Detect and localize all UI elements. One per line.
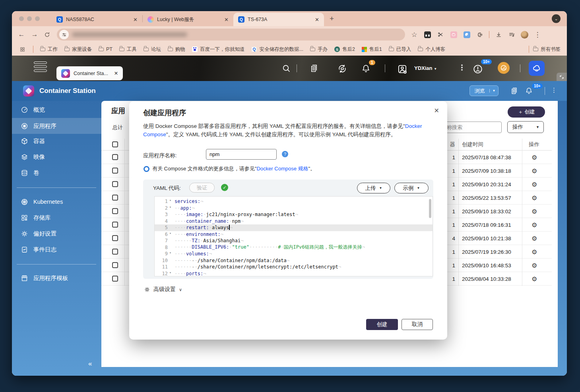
row-actions-gear-icon[interactable]: ⚙ — [532, 275, 537, 282]
new-tab-button[interactable]: + — [330, 14, 334, 23]
dialog-cancel-button[interactable]: 取消 — [402, 319, 433, 330]
profile-avatar[interactable] — [521, 31, 528, 39]
bookmark-item[interactable]: PT — [99, 46, 113, 52]
row-checkbox[interactable] — [112, 235, 118, 241]
code-line[interactable]: 8······DISABLE_IPV6:·"true"··········#·国… — [155, 244, 433, 251]
browser-tab[interactable]: QNAS5878AC✕ — [52, 13, 142, 26]
code-line[interactable]: 4····container_name:·npm¬ — [155, 218, 433, 225]
example-button[interactable]: 示例▼ — [394, 183, 429, 193]
bookmark-item[interactable]: 工具 — [119, 46, 137, 53]
code-line[interactable]: 10······-·/share/Container/npm/data:/dat… — [155, 257, 433, 264]
downloads-icon[interactable] — [495, 31, 502, 39]
user-account-icon[interactable] — [397, 64, 408, 75]
dashboard-gauge-icon[interactable] — [498, 62, 510, 74]
row-checkbox[interactable] — [112, 262, 118, 268]
global-search-icon[interactable] — [281, 64, 291, 73]
browse-dropdown-arrow[interactable]: ▼ — [489, 89, 498, 93]
all-bookmarks-button[interactable]: 所有书签 — [533, 46, 561, 53]
cs-bell-icon[interactable] — [525, 87, 533, 95]
row-actions-gear-icon[interactable]: ⚙ — [532, 221, 537, 228]
bookmark-item[interactable]: 已导入 — [389, 46, 411, 53]
dialog-create-button[interactable]: 创建 — [366, 319, 398, 330]
sidebar-item-containers[interactable]: 容器 — [12, 133, 101, 149]
notifications-bell-icon[interactable] — [361, 64, 371, 73]
sidebar-item-kubernetes[interactable]: Kubernetes — [12, 194, 101, 210]
row-actions-gear-icon[interactable]: ⚙ — [532, 261, 537, 269]
fold-arrow-icon[interactable]: ▾ — [168, 251, 173, 257]
bookmark-item[interactable]: 购物 — [168, 46, 185, 53]
username-menu[interactable]: YDXian ▼ — [414, 65, 437, 71]
forward-button[interactable]: → — [31, 31, 39, 39]
bookmark-item[interactable]: S售后2 — [334, 46, 355, 53]
upload-button[interactable]: 上传▼ — [357, 183, 390, 193]
browser-tab[interactable]: QTS-673A✕ — [233, 13, 324, 26]
browser-tab[interactable]: Lucky | Web服务✕ — [143, 13, 233, 26]
row-actions-gear-icon[interactable]: ⚙ — [532, 234, 537, 242]
fold-arrow-icon[interactable]: ▾ — [168, 271, 173, 276]
extension-scissors-icon[interactable] — [436, 31, 444, 39]
site-settings-icon[interactable] — [59, 30, 69, 39]
fold-arrow-icon[interactable]: ▾ — [168, 199, 173, 204]
extension-cookie-icon[interactable] — [463, 31, 471, 39]
editor-scrollbar[interactable] — [429, 199, 431, 218]
row-checkbox[interactable] — [112, 249, 118, 255]
code-line[interactable]: 7······TZ:·Asia/Shanghai¬ — [155, 238, 433, 244]
bookmark-item[interactable]: Q安全储存您的数据... — [251, 46, 303, 53]
bookmark-item[interactable]: 家里设备 — [64, 46, 92, 53]
bookmark-star-icon[interactable]: ☆ — [410, 31, 418, 39]
resource-monitor-icon[interactable] — [472, 64, 483, 75]
reload-button[interactable] — [44, 31, 52, 38]
zoom-window-button[interactable] — [35, 16, 40, 21]
browser-menu-icon[interactable]: ⋮ — [533, 31, 541, 39]
app-name-input[interactable] — [206, 149, 277, 160]
create-application-button[interactable]: ＋ 创建 — [508, 106, 545, 118]
browse-button[interactable]: 浏览 ▼ — [469, 85, 499, 96]
bookmark-item[interactable]: 论坛 — [144, 46, 161, 53]
bookmark-item[interactable]: 百度一下，你就知道 — [192, 46, 245, 53]
close-window-button[interactable] — [19, 16, 24, 21]
fold-arrow-icon[interactable]: ▾ — [168, 232, 173, 237]
code-line[interactable]: 6▾····environment:¬ — [155, 231, 433, 238]
sidebar-item-preferences[interactable]: 偏好设置 — [12, 226, 101, 241]
extension-dark-icon[interactable] — [423, 31, 431, 39]
row-actions-gear-icon[interactable]: ⚙ — [532, 207, 537, 215]
media-playlist-icon[interactable] — [508, 31, 516, 39]
code-line[interactable]: 5····restart:·always¬ — [155, 224, 433, 231]
app-tab-close-icon[interactable]: ✕ — [114, 70, 118, 76]
app-tab-container-station[interactable]: Container Sta... ✕ — [56, 66, 123, 80]
address-bar[interactable] — [57, 29, 405, 41]
apps-grid-icon[interactable] — [18, 45, 26, 53]
bookmark-item[interactable]: 售后1 — [362, 46, 382, 53]
tab-search-button[interactable]: ⌄ — [552, 14, 561, 23]
extensions-puzzle-icon[interactable] — [476, 31, 484, 39]
row-checkbox[interactable] — [112, 195, 118, 201]
compose-spec-link[interactable]: Docker Compose 规格 — [256, 166, 308, 172]
row-checkbox[interactable] — [112, 222, 118, 228]
sidebar-item-volumes[interactable]: 卷 — [12, 165, 101, 181]
row-checkbox[interactable] — [112, 154, 118, 160]
sidebar-item-images[interactable]: 映像 — [12, 149, 101, 165]
bookmark-item[interactable]: 个人博客 — [418, 46, 445, 53]
code-line[interactable]: 2▾··app:¬ — [155, 205, 433, 212]
sidebar-item-app-templates[interactable]: 应用程序模板 — [12, 270, 101, 286]
sidebar-item-event-logs[interactable]: 事件日志 — [12, 241, 101, 257]
tasks-icon[interactable] — [510, 87, 518, 95]
advanced-settings-toggle[interactable]: 高级设置 ∨ — [144, 286, 182, 293]
sidebar-item-overview[interactable]: 概览 — [12, 102, 101, 118]
sidebar-collapse-icon[interactable]: « — [88, 360, 92, 368]
code-line[interactable]: 9▾····volumes:¬ — [155, 251, 433, 257]
sidebar-item-registries[interactable]: 存储库 — [12, 210, 101, 226]
code-line[interactable]: 1▾services:¬ — [155, 198, 433, 205]
validate-button[interactable]: 验证 — [189, 183, 215, 193]
row-checkbox[interactable] — [112, 181, 118, 187]
dialog-close-icon[interactable]: ✕ — [434, 107, 439, 114]
collapse-corner-icon[interactable] — [557, 73, 567, 81]
search-input[interactable]: 称搜索 — [443, 122, 502, 133]
extension-tv-icon[interactable] — [450, 31, 458, 39]
row-actions-gear-icon[interactable]: ⚙ — [532, 167, 537, 174]
yaml-code-editor[interactable]: 1▾services:¬2▾··app:¬3····image:·jc21/ng… — [154, 196, 433, 276]
background-tasks-icon[interactable] — [309, 64, 319, 73]
actions-dropdown[interactable]: 操作 ▼ — [507, 121, 544, 133]
row-checkbox[interactable] — [112, 276, 118, 282]
code-line[interactable]: 12▾····ports:¬ — [155, 270, 433, 277]
